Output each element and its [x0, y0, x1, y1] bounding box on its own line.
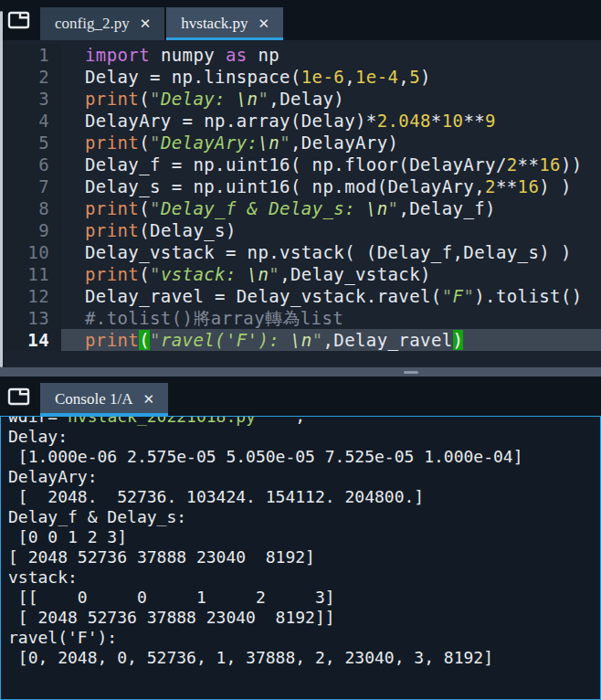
editor-tab-bar: config_2.py ✕ hvstack.py ✕ — [0, 0, 601, 40]
tab-console-1a[interactable]: Console 1/A ✕ — [40, 383, 168, 416]
tab-config-2-py[interactable]: config_2.py ✕ — [40, 7, 164, 40]
line-number: 2 — [0, 66, 61, 88]
console-line: [1.000e-06 2.575e-05 5.050e-05 7.525e-05… — [8, 447, 600, 467]
line-number: 14 — [0, 329, 61, 351]
console-line: Delay: — [8, 427, 600, 447]
code-line[interactable]: 1import numpy as np — [0, 44, 601, 66]
tab-label: config_2.py — [55, 15, 130, 33]
code-editor[interactable]: 1import numpy as np2Delay = np.linspace(… — [0, 40, 601, 367]
code-line[interactable]: 8print("Delay_f & Delay_s: \n",Delay_f) — [0, 197, 601, 219]
tab-label: hvstack.py — [181, 15, 248, 33]
line-number: 5 — [0, 132, 61, 154]
code-line[interactable]: 3print("Delay: \n",Delay) — [0, 88, 601, 110]
line-number: 8 — [0, 197, 61, 219]
code-line[interactable]: 10Delay_vstack = np.vstack( (Delay_f,Del… — [0, 241, 601, 263]
browse-tabs-button[interactable] — [7, 10, 31, 30]
ide-window: { "colors": { "appbg": "#0d141c", "edito… — [0, 0, 601, 700]
code-line[interactable]: 4DelayAry = np.array(Delay)*2.048*10**9 — [0, 110, 601, 132]
console-line: vstack: — [8, 567, 600, 588]
editor-scrollbar[interactable] — [0, 11, 3, 367]
code-line[interactable]: 2Delay = np.linspace(1e-6,1e-4,5) — [0, 66, 601, 88]
line-number: 7 — [0, 175, 61, 197]
code-text: import numpy as np — [61, 44, 601, 66]
code-text: Delay_s = np.uint16( np.mod(DelayAry,2**… — [61, 175, 601, 197]
console-line: [0, 2048, 0, 52736, 1, 37888, 2, 23040, … — [8, 648, 600, 668]
line-number: 1 — [0, 44, 61, 66]
console-line: [ 2048 52736 37888 23040 8192]] — [8, 608, 600, 628]
code-line[interactable]: 6Delay_f = np.uint16( np.floor(DelayAry/… — [0, 154, 601, 175]
console-output[interactable]: wdir='hvstack_20221018.py ',Delay: [1.00… — [0, 416, 601, 700]
console-line: [ 2048 52736 37888 23040 8192] — [8, 547, 600, 567]
code-text: DelayAry = np.array(Delay)*2.048*10**9 — [61, 110, 601, 132]
browse-tabs-icon — [7, 387, 31, 407]
console-line: [0 0 1 2 3] — [8, 527, 600, 547]
console-line: ravel('F'): — [8, 628, 600, 648]
code-text: Delay = np.linspace(1e-6,1e-4,5) — [61, 66, 601, 88]
splitter-handle-icon — [404, 371, 418, 374]
close-icon[interactable]: ✕ — [139, 16, 153, 32]
code-line[interactable]: 9print(Delay_s) — [0, 219, 601, 241]
code-line[interactable]: 5print("DelayAry:\n",DelayAry) — [0, 132, 601, 154]
console-line: Delay_f & Delay_s: — [8, 507, 600, 527]
code-line[interactable]: 13#.tolist()將array轉為list — [0, 307, 601, 329]
code-line[interactable]: 11print("vstack: \n",Delay_vstack) — [0, 263, 601, 285]
code-line[interactable]: 14print("ravel('F'): \n",Delay_ravel) — [0, 329, 601, 351]
line-number: 4 — [0, 110, 61, 132]
console-tab-bar: Console 1/A ✕ — [0, 377, 601, 416]
line-number: 12 — [0, 285, 61, 307]
line-number: 11 — [0, 263, 61, 285]
code-text: Delay_vstack = np.vstack( (Delay_f,Delay… — [61, 241, 601, 263]
console-line: wdir='hvstack_20221018.py ', — [8, 416, 600, 427]
code-text: Delay_f = np.uint16( np.floor(DelayAry/2… — [61, 154, 601, 175]
code-text: print("vstack: \n",Delay_vstack) — [61, 263, 601, 285]
code-text: print("ravel('F'): \n",Delay_ravel) — [61, 329, 601, 351]
pane-splitter[interactable] — [0, 367, 601, 377]
console-browse-tabs-button[interactable] — [7, 387, 31, 407]
line-number: 13 — [0, 307, 61, 329]
line-number: 9 — [0, 219, 61, 241]
code-line[interactable]: 12Delay_ravel = Delay_vstack.ravel("F").… — [0, 285, 601, 307]
code-text: Delay_ravel = Delay_vstack.ravel("F").to… — [61, 285, 601, 307]
code-text: print("Delay_f & Delay_s: \n",Delay_f) — [61, 197, 601, 219]
close-icon[interactable]: ✕ — [257, 16, 270, 32]
line-number: 3 — [0, 88, 61, 110]
close-icon[interactable]: ✕ — [142, 391, 155, 408]
code-text: #.tolist()將array轉為list — [61, 307, 601, 329]
console-line: [ 2048. 52736. 103424. 154112. 204800.] — [8, 487, 600, 507]
code-text: print(Delay_s) — [61, 219, 601, 241]
tab-label: Console 1/A — [55, 390, 132, 408]
code-line[interactable]: 7Delay_s = np.uint16( np.mod(DelayAry,2*… — [0, 175, 601, 197]
browse-tabs-icon — [7, 10, 31, 30]
console-line: [[ 0 0 1 2 3] — [8, 588, 600, 608]
code-text: print("DelayAry:\n",DelayAry) — [61, 132, 601, 154]
tab-hvstack-py[interactable]: hvstack.py ✕ — [166, 7, 283, 40]
console-line: DelayAry: — [8, 467, 600, 487]
code-text: print("Delay: \n",Delay) — [61, 88, 601, 110]
line-number: 10 — [0, 241, 61, 263]
line-number: 6 — [0, 154, 61, 175]
